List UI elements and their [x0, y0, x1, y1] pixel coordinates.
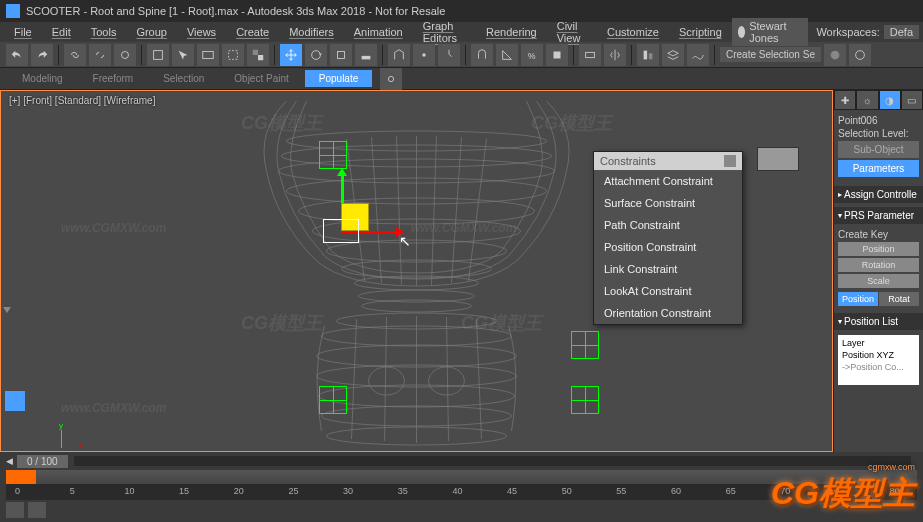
viewport-container: [+] [Front] [Standard] [Wireframe] CG模型王…: [0, 90, 833, 452]
menu-animation[interactable]: Animation: [344, 24, 413, 40]
menu-modifiers[interactable]: Modifiers: [279, 24, 344, 40]
constraint-lookat[interactable]: LookAt Constraint: [594, 280, 742, 302]
svg-rect-14: [649, 53, 653, 59]
layers-button[interactable]: [662, 44, 684, 66]
select-region[interactable]: [222, 44, 244, 66]
selection-set-dropdown[interactable]: Create Selection Se: [720, 47, 821, 62]
motion-tab-icon[interactable]: ◑: [879, 90, 901, 110]
menu-bar: File Edit Tools Group Views Create Modif…: [0, 22, 923, 42]
link-button[interactable]: [64, 44, 86, 66]
point-helper[interactable]: [571, 331, 599, 359]
placement-button[interactable]: [355, 44, 377, 66]
list-item[interactable]: Position XYZ: [840, 349, 917, 361]
ribbon-freeform[interactable]: Freeform: [79, 70, 148, 87]
sub-object-button[interactable]: Sub-Object: [838, 141, 919, 158]
constraint-path[interactable]: Path Constraint: [594, 214, 742, 236]
display-tab-icon[interactable]: ▭: [901, 90, 923, 110]
create-tab-icon[interactable]: ✚: [834, 90, 856, 110]
time-track[interactable]: [74, 456, 911, 466]
menu-views[interactable]: Views: [177, 24, 226, 40]
controller-list[interactable]: Layer Position XYZ ->Position Co...: [838, 335, 919, 385]
position-list-rollout[interactable]: Position List: [834, 313, 923, 330]
bind-button[interactable]: [114, 44, 136, 66]
time-slider-handle[interactable]: 0 / 100: [17, 455, 68, 468]
named-selection[interactable]: [579, 44, 601, 66]
popup-header[interactable]: Constraints: [594, 152, 742, 170]
menu-customize[interactable]: Customize: [597, 24, 669, 40]
time-slider-prev-icon[interactable]: ◀: [6, 456, 13, 466]
curve-editor-button[interactable]: [687, 44, 709, 66]
menu-graph-editors[interactable]: Graph Editors: [413, 18, 476, 46]
spinner-snap[interactable]: [546, 44, 568, 66]
workspaces-select[interactable]: Defa: [884, 25, 919, 39]
menu-file[interactable]: File: [4, 24, 42, 40]
user-account[interactable]: Stewart Jones: [732, 18, 809, 46]
track-bar[interactable]: [6, 470, 917, 484]
svg-line-31: [432, 136, 437, 285]
ref-coord-button[interactable]: [388, 44, 410, 66]
menu-create[interactable]: Create: [226, 24, 279, 40]
position-key-button[interactable]: Position: [838, 242, 919, 256]
viewport-play-icon[interactable]: [3, 307, 11, 317]
point-helper[interactable]: [319, 386, 347, 414]
window-crossing[interactable]: [247, 44, 269, 66]
undo-button[interactable]: [6, 44, 28, 66]
tick: 30: [343, 486, 353, 496]
material-editor-button[interactable]: [824, 44, 846, 66]
manipulate-button[interactable]: [438, 44, 460, 66]
scale-button[interactable]: [330, 44, 352, 66]
tick: 40: [452, 486, 462, 496]
pivot-button[interactable]: [413, 44, 435, 66]
ribbon-populate[interactable]: Populate: [305, 70, 372, 87]
select-name[interactable]: [197, 44, 219, 66]
close-icon[interactable]: [724, 155, 736, 167]
time-ruler[interactable]: 0 5 10 15 20 25 30 35 40 45 50 55 60 65 …: [6, 484, 917, 500]
constraint-attachment[interactable]: Attachment Constraint: [594, 170, 742, 192]
menu-edit[interactable]: Edit: [42, 24, 81, 40]
viewport-label[interactable]: [+] [Front] [Standard] [Wireframe]: [9, 95, 155, 106]
maxscript-button[interactable]: [6, 502, 24, 518]
redo-button[interactable]: [31, 44, 53, 66]
mirror-button[interactable]: [604, 44, 626, 66]
point-helper[interactable]: [571, 386, 599, 414]
viewport-side-button[interactable]: [5, 391, 25, 411]
select-filter[interactable]: [147, 44, 169, 66]
angle-snap[interactable]: [496, 44, 518, 66]
ribbon-object-paint[interactable]: Object Paint: [220, 70, 302, 87]
ribbon-modeling[interactable]: Modeling: [8, 70, 77, 87]
constraint-position[interactable]: Position Constraint: [594, 236, 742, 258]
constraint-orientation[interactable]: Orientation Constraint: [594, 302, 742, 324]
svg-rect-11: [554, 51, 561, 58]
constraint-link[interactable]: Link Constraint: [594, 258, 742, 280]
snap-toggle[interactable]: [471, 44, 493, 66]
rotation-tab[interactable]: Rotat: [879, 292, 919, 306]
menu-rendering[interactable]: Rendering: [476, 24, 547, 40]
render-setup-button[interactable]: [849, 44, 871, 66]
select-object[interactable]: [172, 44, 194, 66]
object-name-field[interactable]: Point006: [838, 115, 919, 126]
menu-group[interactable]: Group: [126, 24, 177, 40]
svg-rect-1: [154, 50, 163, 59]
list-item[interactable]: ->Position Co...: [840, 361, 917, 373]
move-button[interactable]: [280, 44, 302, 66]
color-swatch[interactable]: [757, 147, 799, 171]
menu-tools[interactable]: Tools: [81, 24, 127, 40]
assign-controller-rollout[interactable]: Assign Controlle: [834, 186, 923, 203]
percent-snap[interactable]: %: [521, 44, 543, 66]
list-item[interactable]: Layer: [840, 337, 917, 349]
rotation-key-button[interactable]: Rotation: [838, 258, 919, 272]
position-tab[interactable]: Position: [838, 292, 878, 306]
align-button[interactable]: [637, 44, 659, 66]
unlink-button[interactable]: [89, 44, 111, 66]
scale-key-button[interactable]: Scale: [838, 274, 919, 288]
constraint-surface[interactable]: Surface Constraint: [594, 192, 742, 214]
parameters-button[interactable]: Parameters: [838, 160, 919, 177]
ribbon-selection[interactable]: Selection: [149, 70, 218, 87]
menu-scripting[interactable]: Scripting: [669, 24, 732, 40]
modify-tab-icon[interactable]: ☼: [856, 90, 878, 110]
ribbon-toggle[interactable]: [380, 68, 402, 90]
menu-civil-view[interactable]: Civil View: [547, 18, 597, 46]
prs-rollout[interactable]: PRS Parameter: [834, 207, 923, 224]
rotate-button[interactable]: [305, 44, 327, 66]
prompt-button[interactable]: [28, 502, 46, 518]
